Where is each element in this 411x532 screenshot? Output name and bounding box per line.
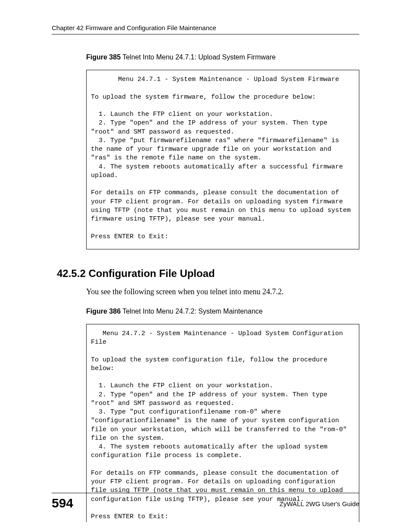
page-footer: 594 ZyWALL 2WG User's Guide	[52, 493, 359, 510]
figure-385-caption: Figure 385 Telnet Into Menu 24.7.1: Uplo…	[86, 53, 359, 61]
figure-385-terminal-box: Menu 24.7.1 - System Maintenance - Uploa…	[86, 70, 359, 249]
running-header: Chapter 42 Firmware and Configuration Fi…	[52, 24, 359, 34]
section-heading-42-5-2: 42.5.2 Configuration File Upload	[57, 268, 359, 280]
section-intro-text: You see the following screen when you te…	[86, 287, 359, 296]
guide-title: ZyWALL 2WG User's Guide	[280, 500, 359, 507]
figure-386-title: Telnet Into Menu 24.7.2: System Maintena…	[121, 308, 263, 315]
figure-386-label: Figure 386	[86, 308, 121, 315]
figure-385-title: Telnet Into Menu 24.7.1: Upload System F…	[121, 53, 276, 61]
page-container: Chapter 42 Firmware and Configuration Fi…	[0, 0, 411, 532]
page-number: 594	[52, 496, 73, 510]
figure-385-label: Figure 385	[86, 53, 121, 61]
figure-386-caption: Figure 386 Telnet Into Menu 24.7.2: Syst…	[86, 308, 359, 315]
